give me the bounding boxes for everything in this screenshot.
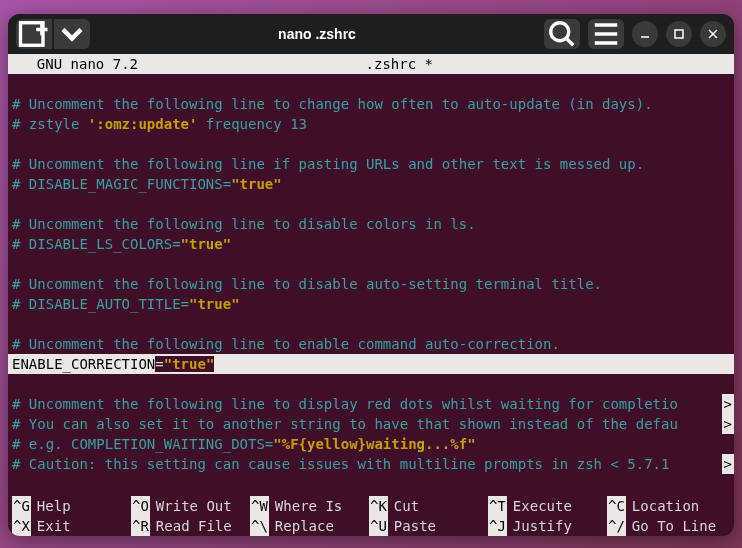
help-key: ^X [12,516,31,536]
help-item: ^KCut [369,496,488,516]
editor-line [8,314,734,334]
help-label: Read File [156,516,232,536]
help-label: Paste [394,516,436,536]
help-key: ^W [250,496,269,516]
editor-line: # DISABLE_LS_COLORS="true" [8,234,734,254]
editor-line [8,254,734,274]
help-key: ^/ [607,516,626,536]
help-item: ^OWrite Out [131,496,250,516]
tab-dropdown-button[interactable] [54,19,90,49]
nano-status-bar: GNU nano 7.2 .zshrc * [8,54,734,74]
help-key: ^\ [250,516,269,536]
editor-line: # Uncomment the following line if pastin… [8,154,734,174]
help-label: Location [632,496,699,516]
editor-line: # DISABLE_AUTO_TITLE="true" [8,294,734,314]
editor-line: # Uncomment the following line to disabl… [8,274,734,294]
search-button[interactable] [544,19,580,49]
help-item: ^XExit [12,516,131,536]
help-label: Replace [275,516,334,536]
help-key: ^G [12,496,31,516]
help-key: ^J [488,516,507,536]
help-key: ^U [369,516,388,536]
editor-line: # Caution: this setting can cause issues… [8,454,734,474]
editor-line [8,74,734,94]
help-item: ^JJustify [488,516,607,536]
help-label: Write Out [156,496,232,516]
help-key: ^O [131,496,150,516]
help-key: ^C [607,496,626,516]
help-key: ^K [369,496,388,516]
new-tab-button[interactable] [16,19,52,49]
help-label: Where Is [275,496,342,516]
titlebar: nano .zshrc [8,14,734,54]
editor-line [8,374,734,394]
terminal-window: nano .zshrc GNU nano 7.2 .zshrc * [8,14,734,536]
help-label: Cut [394,496,419,516]
help-key: ^T [488,496,507,516]
help-label: Help [37,496,71,516]
svg-rect-2 [675,30,683,38]
help-label: Exit [37,516,71,536]
svg-rect-0 [21,23,44,46]
maximize-button[interactable] [666,21,692,47]
editor-line: # Uncomment the following line to enable… [8,334,734,354]
editor-line: # e.g. COMPLETION_WAITING_DOTS="%F{yello… [8,434,734,454]
help-item: ^UPaste [369,516,488,536]
editor-line: # zstyle ':omz:update' frequency 13 [8,114,734,134]
help-item: ^GHelp [12,496,131,516]
editor-line: # DISABLE_MAGIC_FUNCTIONS="true" [8,174,734,194]
help-item: ^RRead File [131,516,250,536]
menu-button[interactable] [588,19,624,49]
editor-content[interactable]: # Uncomment the following line to change… [8,74,734,474]
help-label: Go To Line [632,516,716,536]
editor-line [8,134,734,154]
editor-line: # Uncomment the following line to displa… [8,394,734,414]
minimize-button[interactable] [632,21,658,47]
help-item: ^WWhere Is [250,496,369,516]
window-title: nano .zshrc [90,26,544,42]
terminal-content[interactable]: GNU nano 7.2 .zshrc * # Uncomment the fo… [8,54,734,536]
editor-line: # Uncomment the following line to change… [8,94,734,114]
editor-line [8,194,734,214]
help-item: ^CLocation [607,496,726,516]
close-button[interactable] [700,21,726,47]
svg-point-1 [551,23,569,41]
editor-line: # You can also set it to another string … [8,414,734,434]
help-item: ^TExecute [488,496,607,516]
help-item: ^/Go To Line [607,516,726,536]
editor-line: ENABLE_CORRECTION="true" [8,354,734,374]
editor-line: # Uncomment the following line to disabl… [8,214,734,234]
help-item: ^\Replace [250,516,369,536]
help-key: ^R [131,516,150,536]
help-label: Execute [513,496,572,516]
nano-help-bar: ^GHelp^OWrite Out^WWhere Is^KCut^TExecut… [8,496,734,536]
help-label: Justify [513,516,572,536]
